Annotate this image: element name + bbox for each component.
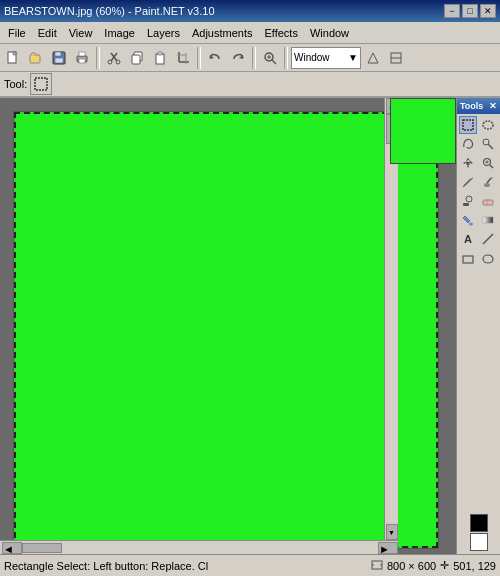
print-button[interactable] [71, 47, 93, 69]
tools-header: Tools ✕ [457, 98, 500, 114]
foreground-color[interactable] [470, 514, 488, 532]
background-color[interactable] [470, 533, 488, 551]
new-button[interactable] [2, 47, 24, 69]
copy-button[interactable] [126, 47, 148, 69]
svg-point-31 [483, 121, 493, 129]
svg-rect-51 [483, 200, 493, 205]
tool-zoom[interactable] [479, 154, 497, 172]
tool-lasso[interactable] [459, 135, 477, 153]
thumbnail-preview [390, 98, 456, 164]
menu-window[interactable]: Window [304, 23, 355, 43]
tools-close[interactable]: ✕ [489, 101, 497, 111]
canvas-size: 800 × 600 [387, 560, 436, 572]
menu-effects[interactable]: Effects [259, 23, 304, 43]
svg-marker-35 [467, 158, 469, 160]
tool-label: Tool: [4, 78, 27, 90]
tool-move[interactable] [459, 154, 477, 172]
svg-point-57 [483, 255, 493, 263]
svg-rect-1 [30, 55, 40, 63]
menu-layers[interactable]: Layers [141, 23, 186, 43]
size-icon [371, 559, 383, 573]
svg-line-23 [272, 60, 276, 64]
paste-button[interactable] [149, 47, 171, 69]
status-right: 800 × 600 ✛ 501, 129 [371, 559, 496, 573]
close-button[interactable]: ✕ [480, 4, 496, 18]
svg-point-10 [108, 60, 112, 64]
menu-edit[interactable]: Edit [32, 23, 63, 43]
title-buttons: − □ ✕ [444, 4, 496, 18]
separator-3 [252, 47, 256, 69]
status-bar: Rectangle Select: Left button: Replace. … [0, 554, 500, 576]
tool-fill[interactable] [459, 211, 477, 229]
tool-text[interactable]: A [459, 230, 477, 248]
toolbar: Window ▼ [0, 44, 500, 72]
tb-extra2[interactable] [385, 47, 407, 69]
svg-rect-4 [55, 58, 63, 63]
menu-image[interactable]: Image [98, 23, 141, 43]
menu-bar: File Edit View Image Layers Adjustments … [0, 22, 500, 44]
svg-line-45 [463, 186, 464, 187]
tool-brush[interactable] [479, 173, 497, 191]
svg-rect-14 [156, 54, 164, 64]
canvas-content [16, 114, 436, 546]
h-scroll-track[interactable] [22, 543, 378, 553]
maximize-button[interactable]: □ [462, 4, 478, 18]
canvas-image[interactable] [14, 112, 438, 548]
color-palette[interactable] [457, 511, 500, 554]
crop-button[interactable] [172, 47, 194, 69]
vertical-scrollbar[interactable]: ▲ ▼ [384, 98, 398, 540]
menu-adjustments[interactable]: Adjustments [186, 23, 259, 43]
tool-line[interactable] [479, 230, 497, 248]
v-scroll-down[interactable]: ▼ [386, 524, 398, 540]
v-scroll-track[interactable] [386, 114, 398, 524]
svg-line-33 [488, 144, 493, 149]
svg-rect-50 [463, 203, 469, 206]
zoom-button[interactable] [259, 47, 281, 69]
h-scroll-thumb[interactable] [22, 543, 62, 553]
tool-gradient[interactable] [479, 211, 497, 229]
cursor-coords: 501, 129 [453, 560, 496, 572]
open-button[interactable] [25, 47, 47, 69]
menu-file[interactable]: File [2, 23, 32, 43]
svg-line-55 [483, 234, 493, 244]
current-tool-icon [30, 73, 52, 95]
tool-ellipse-select[interactable] [479, 116, 497, 134]
h-scroll-left[interactable]: ◄ [2, 542, 22, 554]
canvas-wrapper[interactable]: ◄ ► ▲ ▼ [0, 98, 456, 554]
svg-rect-54 [483, 217, 493, 223]
svg-rect-15 [158, 52, 162, 55]
cut-button[interactable] [103, 47, 125, 69]
tool-pencil[interactable] [459, 173, 477, 191]
title-bar: BEARSTOWN.jpg (60%) - Paint.NET v3.10 − … [0, 0, 500, 22]
tool-shapes1[interactable] [459, 249, 477, 267]
window-dropdown[interactable]: Window ▼ [291, 47, 361, 69]
tb-extra1[interactable] [362, 47, 384, 69]
svg-marker-36 [471, 162, 473, 164]
svg-marker-37 [463, 162, 465, 164]
redo-button[interactable] [227, 47, 249, 69]
tool-rect-select[interactable] [459, 116, 477, 134]
tools-title: Tools [460, 101, 483, 111]
svg-line-43 [464, 179, 471, 186]
minimize-button[interactable]: − [444, 4, 460, 18]
tool-shapes2[interactable] [479, 249, 497, 267]
tool-magic-wand[interactable] [479, 135, 497, 153]
svg-rect-7 [79, 59, 85, 63]
main-area: ◄ ► ▲ ▼ Tools ✕ [0, 98, 500, 554]
separator-4 [284, 47, 288, 69]
undo-button[interactable] [204, 47, 226, 69]
svg-rect-13 [132, 55, 140, 64]
h-scroll-right[interactable]: ► [378, 542, 398, 554]
tools-grid: A [457, 114, 500, 269]
svg-marker-38 [467, 166, 469, 168]
tool-clone[interactable] [459, 192, 477, 210]
toolbar2: Tool: [0, 72, 500, 98]
svg-rect-6 [79, 52, 85, 56]
save-button[interactable] [48, 47, 70, 69]
menu-view[interactable]: View [63, 23, 99, 43]
tool-eraser[interactable] [479, 192, 497, 210]
svg-rect-3 [55, 52, 61, 56]
svg-rect-29 [35, 78, 47, 90]
horizontal-scrollbar[interactable]: ◄ ► [0, 540, 398, 554]
svg-rect-56 [463, 256, 473, 263]
